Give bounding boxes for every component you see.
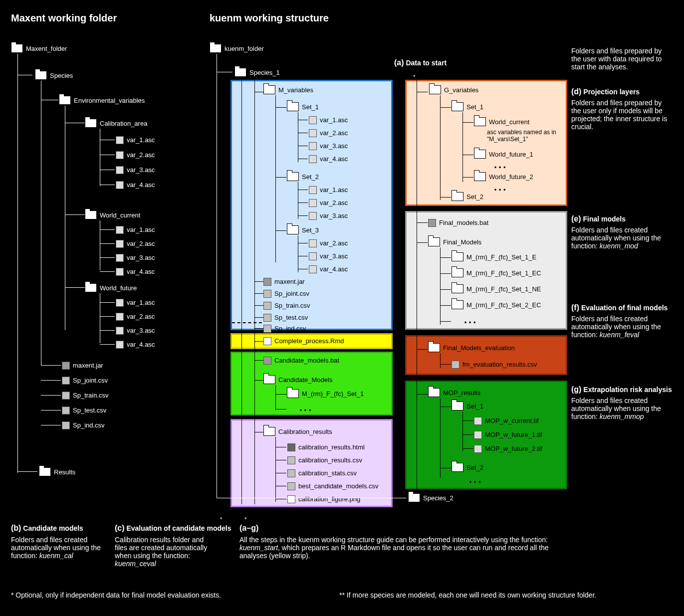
folder-species2: Species_2 bbox=[408, 493, 454, 502]
file-calstats: calibration_stats.csv bbox=[287, 469, 357, 477]
folder-calibration-results: Calibration_results bbox=[263, 427, 332, 436]
folder-env-vars: Environmental_variables bbox=[59, 96, 145, 105]
file-var: var_3.asc bbox=[309, 142, 348, 150]
folder-set1: Set_1 bbox=[287, 102, 319, 111]
file-calres-html: calibration_results.html bbox=[287, 443, 365, 451]
folder-fm-child: M_(rm)_F_(fc)_Set_1_NE bbox=[452, 284, 541, 293]
cap-e-sub: Final models bbox=[583, 215, 626, 223]
file-var: var_1.asc bbox=[116, 136, 155, 144]
cap-f-title: (f) bbox=[571, 303, 579, 312]
folder-calibration-area: Calibration_area bbox=[85, 119, 147, 128]
cap-all-tail: , which prepares an R Markdown file and … bbox=[239, 544, 548, 560]
folder-fm-child: M_(rm)_F_(fc)_Set_1_EC bbox=[452, 268, 541, 277]
cap-f-sub: Evaluation of final models bbox=[581, 304, 668, 312]
cap-e-title: (e) bbox=[571, 214, 581, 223]
folder-mop-set1: Set_1 bbox=[452, 402, 483, 411]
file-var: var_3.asc bbox=[309, 252, 348, 260]
footnote-right: If more species are modeled, each one wi… bbox=[347, 591, 596, 599]
cap-d-title: (d) bbox=[571, 87, 581, 96]
ast2: * bbox=[244, 516, 246, 522]
cap-b-title: (b) bbox=[11, 524, 21, 532]
file-var: var_3.asc bbox=[309, 211, 348, 220]
file-mop: MOP_w_current.tif bbox=[474, 416, 539, 425]
file-var: var_2.asc bbox=[116, 312, 155, 321]
ast3: * bbox=[413, 74, 415, 80]
folder-species1: Species_1 bbox=[234, 68, 280, 77]
file-var: var_2.asc bbox=[116, 239, 155, 248]
folder-g-set1: Set_1 bbox=[452, 102, 483, 111]
file-sp-ind: Sp_ind.csv bbox=[263, 324, 306, 333]
cap-c-body: Calibration results folder and files are… bbox=[115, 536, 207, 560]
note-asc-vars: asc variables named as in "M_vars\Set_1" bbox=[487, 129, 562, 143]
panel-peach bbox=[405, 80, 567, 206]
file-var: var_3.asc bbox=[116, 326, 155, 335]
folder-m-variables: M_variables bbox=[263, 85, 313, 94]
file-var: var_2.asc bbox=[116, 151, 155, 159]
file-var: var_4.asc bbox=[309, 265, 348, 273]
file-maxent-jar: maxent.jar bbox=[62, 361, 103, 370]
folder-mop-set2: Set_2 bbox=[452, 463, 483, 472]
file-mop: MOP_w_future_1.tif bbox=[474, 430, 542, 439]
ellipsis: ... bbox=[464, 313, 477, 326]
cap-g-title: (g) bbox=[571, 385, 581, 394]
file-sp-joint: Sp_joint.csv bbox=[263, 289, 309, 298]
file-var: var_1.asc bbox=[116, 298, 155, 307]
folder-world-current: World_current bbox=[85, 210, 140, 219]
file-bestcand: best_candidate_models.csv bbox=[287, 482, 378, 490]
cap-c-sub: Evaluation of candidate models bbox=[126, 524, 231, 532]
cap-g-fn: kuenm_mmop bbox=[600, 412, 644, 420]
file-sp-test: Sp_test.csv bbox=[263, 313, 308, 322]
file-var: var_2.asc bbox=[309, 199, 348, 207]
folder-fm-child: M_(rm)_F_(fc)_Set_2_EC bbox=[452, 300, 541, 309]
folder-world-future: World_future bbox=[85, 283, 137, 292]
file-var: var_3.asc bbox=[116, 166, 155, 174]
folder-kuenm-folder: kuenm_folder bbox=[210, 44, 264, 53]
footnote-left: Optional, only if independent data for f… bbox=[15, 591, 221, 599]
ast1: * bbox=[220, 516, 222, 522]
cap-c-fn: kuenm_ceval bbox=[115, 560, 156, 568]
file-sp-ind: Sp_ind.csv bbox=[62, 421, 105, 429]
file-var: var_4.asc bbox=[116, 267, 155, 276]
cap-all-fn: kuenm_start bbox=[239, 544, 278, 552]
ellipsis: ... bbox=[469, 198, 482, 210]
file-sp-test: Sp_test.csv bbox=[62, 406, 106, 414]
folder-maxent-folder: Maxent_folder bbox=[11, 44, 67, 53]
folder-results: Results bbox=[39, 467, 75, 476]
file-calfig: calibration_figure.png bbox=[287, 495, 360, 503]
cap-a-body: Folders and files prepared by the user w… bbox=[571, 47, 671, 71]
folder-species: Species bbox=[35, 71, 73, 80]
footnote-left-mark: * bbox=[11, 591, 13, 599]
cap-e-fn: kuenm_mod bbox=[600, 242, 638, 250]
ellipsis: ... bbox=[299, 401, 313, 414]
cap-a-sub: Data to start bbox=[406, 59, 447, 67]
ellipsis: ... bbox=[469, 473, 482, 486]
file-mop: MOP_w_future_2.tif bbox=[474, 444, 542, 453]
file-maxent-jar: maxent.jar bbox=[263, 277, 305, 286]
folder-world-future1: World_future_1 bbox=[474, 150, 533, 159]
file-sp-train: Sp_train.csv bbox=[62, 391, 109, 400]
folder-mop: MOP_results bbox=[428, 388, 480, 397]
cap-g-sub: Extrapolation risk analysis bbox=[583, 386, 672, 394]
cap-a-title: (a) bbox=[394, 58, 404, 67]
folder-fm-child: M_(rm)_F_(fc)_Set_1_E bbox=[452, 252, 536, 261]
file-var: var_4.asc bbox=[116, 181, 155, 189]
file-candidate-bat: Candidate_models.bat bbox=[263, 356, 339, 365]
cap-c-title: (c) bbox=[115, 524, 125, 532]
file-var: var_4.asc bbox=[116, 340, 155, 349]
folder-candidate-child: M_(rm)_F_(fc)_Set_1 bbox=[287, 389, 364, 398]
file-final-bat: Final_models.bat bbox=[428, 218, 488, 227]
right-section-title: kuenm working structure bbox=[210, 12, 329, 24]
file-fme-csv: fm_evaluation_results.csv bbox=[452, 360, 537, 369]
file-calres-csv: calibration_results.csv bbox=[287, 456, 362, 464]
cap-all-body: All the steps in the kuenm working struc… bbox=[239, 536, 548, 544]
file-sp-train: Sp_train.csv bbox=[263, 301, 310, 310]
folder-set2: Set_2 bbox=[287, 172, 319, 181]
file-var: var_2.asc bbox=[309, 239, 348, 247]
cap-b-fn: kuenm_cal bbox=[39, 552, 73, 560]
file-var: var_2.asc bbox=[309, 129, 348, 137]
folder-world-future2: World_future_2 bbox=[474, 172, 533, 181]
footnote-right-mark: ** bbox=[339, 591, 345, 599]
cap-all-title: (a–g) bbox=[239, 524, 258, 533]
file-sp-joint: Sp_joint.csv bbox=[62, 376, 108, 385]
file-var: var_1.asc bbox=[116, 225, 155, 234]
